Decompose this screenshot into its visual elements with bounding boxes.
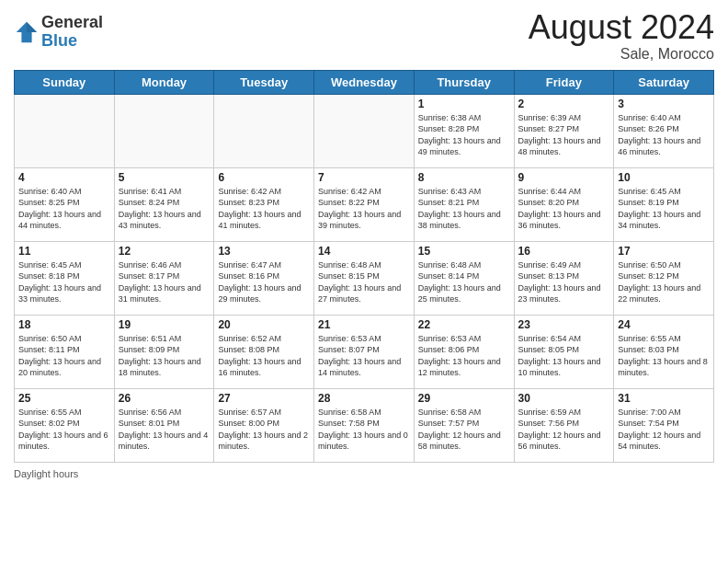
table-row: 15Sunrise: 6:48 AM Sunset: 8:14 PM Dayli… xyxy=(414,241,514,315)
table-row: 8Sunrise: 6:43 AM Sunset: 8:21 PM Daylig… xyxy=(414,167,514,241)
day-info: Sunrise: 6:49 AM Sunset: 8:13 PM Dayligh… xyxy=(518,259,610,305)
table-row: 13Sunrise: 6:47 AM Sunset: 8:16 PM Dayli… xyxy=(214,241,314,315)
location: Sale, Morocco xyxy=(529,46,714,63)
table-row: 23Sunrise: 6:54 AM Sunset: 8:05 PM Dayli… xyxy=(514,315,614,388)
day-info: Sunrise: 6:53 AM Sunset: 8:06 PM Dayligh… xyxy=(418,333,510,379)
day-info: Sunrise: 6:41 AM Sunset: 8:24 PM Dayligh… xyxy=(119,186,210,232)
header: General Blue August 2024 Sale, Morocco xyxy=(14,9,714,63)
day-info: Sunrise: 6:40 AM Sunset: 8:26 PM Dayligh… xyxy=(618,112,710,158)
week-row-4: 25Sunrise: 6:55 AM Sunset: 8:02 PM Dayli… xyxy=(15,388,714,462)
day-info: Sunrise: 6:55 AM Sunset: 8:02 PM Dayligh… xyxy=(18,407,110,453)
day-info: Sunrise: 6:57 AM Sunset: 8:00 PM Dayligh… xyxy=(218,407,310,453)
title-area: August 2024 Sale, Morocco xyxy=(529,9,714,63)
logo-icon xyxy=(14,19,40,45)
table-row: 27Sunrise: 6:57 AM Sunset: 8:00 PM Dayli… xyxy=(214,388,314,462)
footer-text: Daylight hours xyxy=(14,468,78,479)
col-thursday: Thursday xyxy=(414,70,514,94)
table-row: 29Sunrise: 6:58 AM Sunset: 7:57 PM Dayli… xyxy=(414,388,514,462)
day-number: 22 xyxy=(418,318,510,331)
week-row-0: 1Sunrise: 6:38 AM Sunset: 8:28 PM Daylig… xyxy=(15,94,714,167)
day-info: Sunrise: 6:53 AM Sunset: 8:07 PM Dayligh… xyxy=(318,333,410,379)
table-row: 14Sunrise: 6:48 AM Sunset: 8:15 PM Dayli… xyxy=(314,241,415,315)
svg-marker-1 xyxy=(27,22,37,32)
table-row: 7Sunrise: 6:42 AM Sunset: 8:22 PM Daylig… xyxy=(314,167,415,241)
day-number: 27 xyxy=(218,392,310,405)
day-number: 13 xyxy=(218,245,310,258)
day-number: 3 xyxy=(618,98,710,110)
col-friday: Friday xyxy=(514,70,614,94)
calendar-header-row: Sunday Monday Tuesday Wednesday Thursday… xyxy=(15,70,714,94)
table-row: 25Sunrise: 6:55 AM Sunset: 8:02 PM Dayli… xyxy=(15,388,115,462)
day-number: 1 xyxy=(418,98,510,110)
day-number: 24 xyxy=(618,318,710,331)
day-number: 10 xyxy=(618,171,710,184)
day-number: 29 xyxy=(418,392,510,405)
day-number: 11 xyxy=(18,245,110,258)
table-row: 22Sunrise: 6:53 AM Sunset: 8:06 PM Dayli… xyxy=(414,315,514,388)
day-number: 6 xyxy=(218,171,310,184)
week-row-1: 4Sunrise: 6:40 AM Sunset: 8:25 PM Daylig… xyxy=(15,167,714,241)
table-row: 24Sunrise: 6:55 AM Sunset: 8:03 PM Dayli… xyxy=(614,315,714,388)
logo: General Blue xyxy=(14,14,103,51)
table-row: 11Sunrise: 6:45 AM Sunset: 8:18 PM Dayli… xyxy=(15,241,115,315)
table-row xyxy=(314,94,415,167)
day-info: Sunrise: 6:52 AM Sunset: 8:08 PM Dayligh… xyxy=(218,333,310,379)
day-number: 2 xyxy=(518,98,610,110)
day-info: Sunrise: 6:59 AM Sunset: 7:56 PM Dayligh… xyxy=(518,407,610,453)
day-info: Sunrise: 6:48 AM Sunset: 8:15 PM Dayligh… xyxy=(318,259,410,305)
week-row-3: 18Sunrise: 6:50 AM Sunset: 8:11 PM Dayli… xyxy=(15,315,714,388)
day-number: 19 xyxy=(119,318,210,331)
col-tuesday: Tuesday xyxy=(214,70,314,94)
table-row: 31Sunrise: 7:00 AM Sunset: 7:54 PM Dayli… xyxy=(614,388,714,462)
col-sunday: Sunday xyxy=(15,70,115,94)
day-info: Sunrise: 6:43 AM Sunset: 8:21 PM Dayligh… xyxy=(418,186,510,232)
day-info: Sunrise: 6:38 AM Sunset: 8:28 PM Dayligh… xyxy=(418,112,510,158)
day-number: 18 xyxy=(18,318,110,331)
table-row: 1Sunrise: 6:38 AM Sunset: 8:28 PM Daylig… xyxy=(414,94,514,167)
month-year: August 2024 xyxy=(529,9,714,46)
day-info: Sunrise: 6:45 AM Sunset: 8:18 PM Dayligh… xyxy=(18,259,110,305)
table-row: 19Sunrise: 6:51 AM Sunset: 8:09 PM Dayli… xyxy=(114,315,214,388)
logo-general-text: General xyxy=(41,14,103,32)
table-row: 17Sunrise: 6:50 AM Sunset: 8:12 PM Dayli… xyxy=(614,241,714,315)
col-wednesday: Wednesday xyxy=(314,70,415,94)
day-info: Sunrise: 6:56 AM Sunset: 8:01 PM Dayligh… xyxy=(119,407,210,453)
table-row: 6Sunrise: 6:42 AM Sunset: 8:23 PM Daylig… xyxy=(214,167,314,241)
page: General Blue August 2024 Sale, Morocco S… xyxy=(0,0,728,563)
table-row: 28Sunrise: 6:58 AM Sunset: 7:58 PM Dayli… xyxy=(314,388,415,462)
day-number: 12 xyxy=(119,245,210,258)
day-number: 16 xyxy=(518,245,610,258)
day-number: 15 xyxy=(418,245,510,258)
table-row: 30Sunrise: 6:59 AM Sunset: 7:56 PM Dayli… xyxy=(514,388,614,462)
day-number: 4 xyxy=(18,171,110,184)
day-info: Sunrise: 6:51 AM Sunset: 8:09 PM Dayligh… xyxy=(119,333,210,379)
day-info: Sunrise: 6:40 AM Sunset: 8:25 PM Dayligh… xyxy=(18,186,110,232)
day-number: 8 xyxy=(418,171,510,184)
day-number: 25 xyxy=(18,392,110,405)
day-info: Sunrise: 6:55 AM Sunset: 8:03 PM Dayligh… xyxy=(618,333,710,379)
day-number: 14 xyxy=(318,245,410,258)
table-row: 26Sunrise: 6:56 AM Sunset: 8:01 PM Dayli… xyxy=(114,388,214,462)
day-number: 20 xyxy=(218,318,310,331)
day-number: 5 xyxy=(119,171,210,184)
calendar: Sunday Monday Tuesday Wednesday Thursday… xyxy=(14,70,714,463)
col-monday: Monday xyxy=(114,70,214,94)
day-info: Sunrise: 6:50 AM Sunset: 8:12 PM Dayligh… xyxy=(618,259,710,305)
day-number: 21 xyxy=(318,318,410,331)
day-info: Sunrise: 6:58 AM Sunset: 7:57 PM Dayligh… xyxy=(418,407,510,453)
logo-text: General Blue xyxy=(41,14,103,51)
day-info: Sunrise: 6:39 AM Sunset: 8:27 PM Dayligh… xyxy=(518,112,610,158)
day-info: Sunrise: 6:42 AM Sunset: 8:23 PM Dayligh… xyxy=(218,186,310,232)
day-info: Sunrise: 6:54 AM Sunset: 8:05 PM Dayligh… xyxy=(518,333,610,379)
table-row: 21Sunrise: 6:53 AM Sunset: 8:07 PM Dayli… xyxy=(314,315,415,388)
table-row: 16Sunrise: 6:49 AM Sunset: 8:13 PM Dayli… xyxy=(514,241,614,315)
day-number: 17 xyxy=(618,245,710,258)
day-info: Sunrise: 6:45 AM Sunset: 8:19 PM Dayligh… xyxy=(618,186,710,232)
table-row: 12Sunrise: 6:46 AM Sunset: 8:17 PM Dayli… xyxy=(114,241,214,315)
day-number: 23 xyxy=(518,318,610,331)
day-info: Sunrise: 6:58 AM Sunset: 7:58 PM Dayligh… xyxy=(318,407,410,453)
footer: Daylight hours xyxy=(14,468,714,479)
day-number: 7 xyxy=(318,171,410,184)
table-row: 2Sunrise: 6:39 AM Sunset: 8:27 PM Daylig… xyxy=(514,94,614,167)
table-row: 4Sunrise: 6:40 AM Sunset: 8:25 PM Daylig… xyxy=(15,167,115,241)
